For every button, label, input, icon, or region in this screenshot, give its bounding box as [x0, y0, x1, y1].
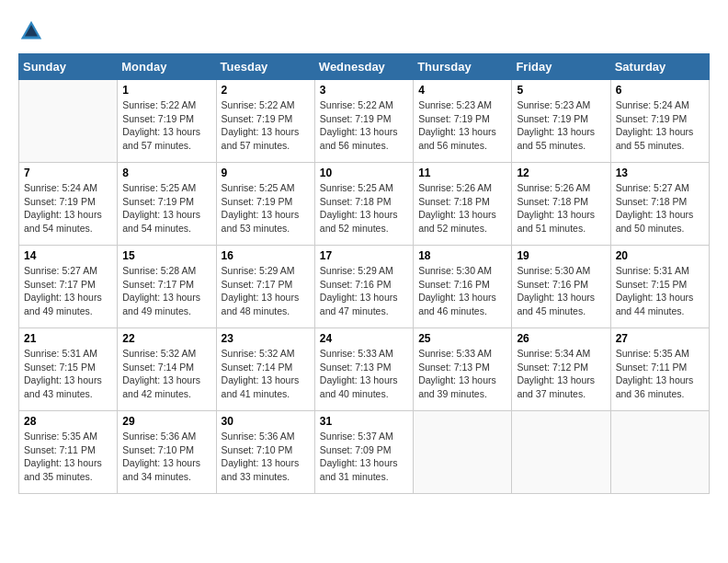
- calendar-cell: [19, 80, 118, 163]
- day-info: Sunrise: 5:22 AMSunset: 7:19 PMDaylight:…: [122, 98, 210, 153]
- day-number: 2: [222, 84, 310, 97]
- day-number: 22: [122, 332, 210, 345]
- day-info: Sunrise: 5:27 AMSunset: 7:18 PMDaylight:…: [616, 181, 704, 236]
- calendar-cell: 26Sunrise: 5:34 AMSunset: 7:12 PMDayligh…: [512, 328, 610, 411]
- day-info: Sunrise: 5:25 AMSunset: 7:18 PMDaylight:…: [320, 181, 408, 236]
- column-header-saturday: Saturday: [610, 54, 709, 80]
- calendar-cell: 5Sunrise: 5:23 AMSunset: 7:19 PMDaylight…: [512, 80, 610, 163]
- week-row-3: 14Sunrise: 5:27 AMSunset: 7:17 PMDayligh…: [19, 246, 710, 328]
- day-number: 31: [320, 415, 408, 428]
- day-info: Sunrise: 5:28 AMSunset: 7:17 PMDaylight:…: [122, 264, 210, 318]
- day-info: Sunrise: 5:24 AMSunset: 7:19 PMDaylight:…: [24, 181, 112, 236]
- week-row-5: 28Sunrise: 5:35 AMSunset: 7:11 PMDayligh…: [19, 411, 710, 494]
- day-number: 30: [222, 415, 310, 428]
- day-info: Sunrise: 5:31 AMSunset: 7:15 PMDaylight:…: [616, 264, 704, 318]
- day-number: 1: [122, 84, 210, 97]
- calendar-cell: 4Sunrise: 5:23 AMSunset: 7:19 PMDaylight…: [414, 80, 512, 163]
- calendar-cell: 1Sunrise: 5:22 AMSunset: 7:19 PMDaylight…: [118, 80, 216, 163]
- day-number: 19: [517, 249, 605, 262]
- calendar-cell: [414, 411, 512, 494]
- calendar-cell: 15Sunrise: 5:28 AMSunset: 7:17 PMDayligh…: [118, 246, 216, 328]
- day-number: 4: [418, 84, 506, 97]
- day-info: Sunrise: 5:30 AMSunset: 7:16 PMDaylight:…: [418, 264, 506, 318]
- calendar-cell: [512, 411, 610, 494]
- calendar-cell: 24Sunrise: 5:33 AMSunset: 7:13 PMDayligh…: [314, 328, 413, 411]
- calendar-cell: 2Sunrise: 5:22 AMSunset: 7:19 PMDaylight…: [216, 80, 314, 163]
- day-number: 14: [24, 249, 112, 262]
- calendar-cell: 25Sunrise: 5:33 AMSunset: 7:13 PMDayligh…: [414, 328, 512, 411]
- calendar-table: SundayMondayTuesdayWednesdayThursdayFrid…: [18, 53, 710, 494]
- calendar-cell: 11Sunrise: 5:26 AMSunset: 7:18 PMDayligh…: [414, 163, 512, 246]
- calendar-cell: 19Sunrise: 5:30 AMSunset: 7:16 PMDayligh…: [512, 246, 610, 328]
- column-header-monday: Monday: [118, 54, 216, 80]
- calendar-cell: 3Sunrise: 5:22 AMSunset: 7:19 PMDaylight…: [314, 80, 413, 163]
- calendar-cell: 12Sunrise: 5:26 AMSunset: 7:18 PMDayligh…: [512, 163, 610, 246]
- logo: [18, 18, 48, 44]
- day-number: 15: [122, 249, 210, 262]
- day-number: 8: [122, 167, 210, 179]
- calendar-cell: 20Sunrise: 5:31 AMSunset: 7:15 PMDayligh…: [610, 246, 709, 328]
- day-number: 24: [320, 332, 408, 345]
- calendar-cell: 30Sunrise: 5:36 AMSunset: 7:10 PMDayligh…: [216, 411, 314, 494]
- day-info: Sunrise: 5:32 AMSunset: 7:14 PMDaylight:…: [222, 347, 310, 401]
- day-number: 16: [222, 249, 310, 262]
- week-row-4: 21Sunrise: 5:31 AMSunset: 7:15 PMDayligh…: [19, 328, 710, 411]
- day-number: 26: [517, 332, 605, 345]
- day-number: 23: [222, 332, 310, 345]
- day-info: Sunrise: 5:36 AMSunset: 7:10 PMDaylight:…: [122, 430, 210, 484]
- day-info: Sunrise: 5:29 AMSunset: 7:16 PMDaylight:…: [320, 264, 408, 318]
- week-row-2: 7Sunrise: 5:24 AMSunset: 7:19 PMDaylight…: [19, 163, 710, 246]
- day-info: Sunrise: 5:32 AMSunset: 7:14 PMDaylight:…: [122, 347, 210, 401]
- day-info: Sunrise: 5:35 AMSunset: 7:11 PMDaylight:…: [616, 347, 704, 401]
- calendar-cell: 6Sunrise: 5:24 AMSunset: 7:19 PMDaylight…: [610, 80, 709, 163]
- calendar-cell: 10Sunrise: 5:25 AMSunset: 7:18 PMDayligh…: [314, 163, 413, 246]
- day-number: 20: [616, 249, 704, 262]
- day-info: Sunrise: 5:23 AMSunset: 7:19 PMDaylight:…: [517, 98, 605, 153]
- day-info: Sunrise: 5:24 AMSunset: 7:19 PMDaylight:…: [616, 98, 704, 153]
- day-info: Sunrise: 5:33 AMSunset: 7:13 PMDaylight:…: [418, 347, 506, 401]
- day-info: Sunrise: 5:25 AMSunset: 7:19 PMDaylight:…: [222, 181, 310, 236]
- column-header-tuesday: Tuesday: [216, 54, 314, 80]
- calendar-cell: 31Sunrise: 5:37 AMSunset: 7:09 PMDayligh…: [314, 411, 413, 494]
- calendar-cell: 16Sunrise: 5:29 AMSunset: 7:17 PMDayligh…: [216, 246, 314, 328]
- day-info: Sunrise: 5:26 AMSunset: 7:18 PMDaylight:…: [517, 181, 605, 236]
- day-number: 17: [320, 249, 408, 262]
- column-header-friday: Friday: [512, 54, 610, 80]
- day-info: Sunrise: 5:22 AMSunset: 7:19 PMDaylight:…: [320, 98, 408, 153]
- logo-icon: [18, 18, 44, 44]
- calendar-cell: 23Sunrise: 5:32 AMSunset: 7:14 PMDayligh…: [216, 328, 314, 411]
- day-info: Sunrise: 5:25 AMSunset: 7:19 PMDaylight:…: [122, 181, 210, 236]
- day-number: 10: [320, 167, 408, 179]
- calendar-cell: 14Sunrise: 5:27 AMSunset: 7:17 PMDayligh…: [19, 246, 118, 328]
- calendar-cell: [610, 411, 709, 494]
- day-info: Sunrise: 5:26 AMSunset: 7:18 PMDaylight:…: [418, 181, 506, 236]
- day-info: Sunrise: 5:22 AMSunset: 7:19 PMDaylight:…: [222, 98, 310, 153]
- day-number: 12: [517, 167, 605, 179]
- day-number: 27: [616, 332, 704, 345]
- day-number: 6: [616, 84, 704, 97]
- day-info: Sunrise: 5:36 AMSunset: 7:10 PMDaylight:…: [222, 430, 310, 484]
- calendar-cell: 9Sunrise: 5:25 AMSunset: 7:19 PMDaylight…: [216, 163, 314, 246]
- day-number: 21: [24, 332, 112, 345]
- day-number: 5: [517, 84, 605, 97]
- calendar-cell: 21Sunrise: 5:31 AMSunset: 7:15 PMDayligh…: [19, 328, 118, 411]
- day-info: Sunrise: 5:23 AMSunset: 7:19 PMDaylight:…: [418, 98, 506, 153]
- calendar-cell: 22Sunrise: 5:32 AMSunset: 7:14 PMDayligh…: [118, 328, 216, 411]
- day-number: 3: [320, 84, 408, 97]
- calendar-cell: 29Sunrise: 5:36 AMSunset: 7:10 PMDayligh…: [118, 411, 216, 494]
- day-info: Sunrise: 5:34 AMSunset: 7:12 PMDaylight:…: [517, 347, 605, 401]
- day-info: Sunrise: 5:30 AMSunset: 7:16 PMDaylight:…: [517, 264, 605, 318]
- day-info: Sunrise: 5:37 AMSunset: 7:09 PMDaylight:…: [320, 430, 408, 484]
- day-number: 7: [24, 167, 112, 179]
- day-info: Sunrise: 5:29 AMSunset: 7:17 PMDaylight:…: [222, 264, 310, 318]
- week-row-1: 1Sunrise: 5:22 AMSunset: 7:19 PMDaylight…: [19, 80, 710, 163]
- calendar-cell: 18Sunrise: 5:30 AMSunset: 7:16 PMDayligh…: [414, 246, 512, 328]
- day-info: Sunrise: 5:33 AMSunset: 7:13 PMDaylight:…: [320, 347, 408, 401]
- day-number: 18: [418, 249, 506, 262]
- day-number: 25: [418, 332, 506, 345]
- calendar-cell: 17Sunrise: 5:29 AMSunset: 7:16 PMDayligh…: [314, 246, 413, 328]
- calendar-cell: 8Sunrise: 5:25 AMSunset: 7:19 PMDaylight…: [118, 163, 216, 246]
- day-number: 11: [418, 167, 506, 179]
- day-number: 29: [122, 415, 210, 428]
- calendar-cell: 27Sunrise: 5:35 AMSunset: 7:11 PMDayligh…: [610, 328, 709, 411]
